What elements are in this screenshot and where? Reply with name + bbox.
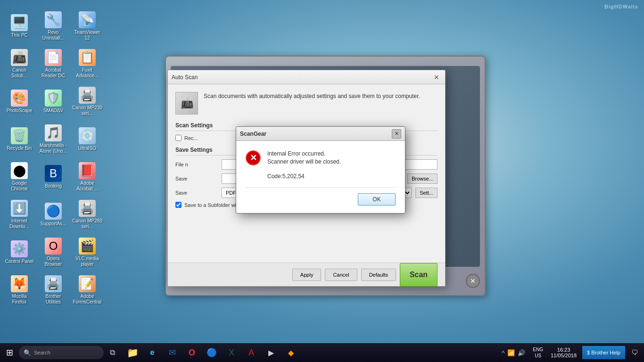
- watermark: BigHDWalls: [604, 4, 638, 9]
- icon-label-opera-browser: Opera Browser: [38, 256, 68, 267]
- icon-image-recycle-bin: 🗑️: [11, 127, 28, 144]
- subfolder-checkbox[interactable]: [175, 202, 182, 208]
- desktop-icon-canon-mp230[interactable]: 🖨️ Canon MP230 seri...: [70, 82, 104, 120]
- save-to-label: Save: [175, 190, 218, 196]
- notifications-button[interactable]: 🗨: [627, 343, 642, 362]
- clock-area[interactable]: 16:23 11/05/2018: [547, 343, 580, 362]
- desktop-icon-ultraiso[interactable]: 💿 UltraISO: [70, 120, 104, 158]
- taskbar-app-file-explorer[interactable]: 📁: [123, 343, 142, 362]
- desktop-icon-teamviewer[interactable]: 📡 TeamViewer 12: [70, 7, 104, 45]
- task-view-button[interactable]: ⧉: [104, 343, 121, 362]
- icon-image-ultraiso: 💿: [79, 127, 96, 144]
- autoscan-header: 📠 Scan documents with automatically adju…: [175, 92, 438, 115]
- icon-image-teamviewer: 📡: [79, 11, 96, 28]
- icon-image-foxit-advanced: 📋: [79, 49, 96, 66]
- icon-label-smadav: SMADΔV: [43, 108, 63, 114]
- icon-label-revo-uninstall: Revo Uninstall...: [38, 30, 68, 41]
- desktop-icon-vlc[interactable]: 🎬 VLC media player: [70, 233, 104, 271]
- tray-volume-icon[interactable]: 🔊: [518, 349, 525, 356]
- icon-image-vlc: 🎬: [79, 238, 96, 255]
- taskbar-app-acrobat[interactable]: A: [241, 343, 261, 362]
- ok-button[interactable]: OK: [358, 193, 396, 206]
- icon-label-canon-mp230: Canon MP230 seri...: [72, 105, 102, 116]
- tray-arrow-icon[interactable]: ^: [502, 349, 504, 356]
- icon-label-ultraiso: UltraISO: [78, 146, 96, 151]
- icon-image-opera-browser: O: [45, 238, 62, 255]
- icon-label-photoscape: PhotoScape: [7, 108, 33, 114]
- taskbar-app-opera[interactable]: O: [182, 343, 202, 362]
- clock-time: 16:23: [557, 347, 570, 353]
- error-icon: ✕: [246, 150, 261, 165]
- icon-image-adobe-acrobat2: 📕: [79, 162, 96, 179]
- icon-label-control-panel: Control Panel: [5, 259, 34, 264]
- error-line1: Internal Error occurred.: [267, 150, 396, 157]
- desktop-icon-canon-solutions[interactable]: 📠 Canon Soluti...: [2, 45, 36, 82]
- icon-label-teamviewer: TeamViewer 12: [72, 30, 102, 41]
- icon-image-marshmello: 🎵: [45, 124, 62, 141]
- tray-network-icon[interactable]: 📶: [507, 349, 515, 356]
- desktop-icon-adobe-acrobat2[interactable]: 📕 Adobe Acrobat ...: [70, 158, 104, 196]
- lang-line2: US: [535, 353, 541, 358]
- autoscan-close-button[interactable]: ✕: [432, 73, 441, 82]
- icon-label-booking: Booking: [45, 183, 62, 189]
- defaults-button[interactable]: Defaults: [361, 269, 396, 281]
- system-tray: ^ 📶 🔊: [498, 343, 529, 362]
- desktop-icon-revo-uninstall[interactable]: 🔧 Revo Uninstall...: [36, 7, 70, 45]
- apply-button[interactable]: Apply: [292, 269, 322, 281]
- desktop-icon-internet-download[interactable]: ⬇️ Internet Downlo...: [2, 196, 36, 233]
- icon-image-canon-mp280: 🖨️: [79, 200, 96, 217]
- desktop-icon-mozilla-firefox[interactable]: 🦊 Mozilla Firefox: [2, 271, 36, 309]
- icon-label-internet-download: Internet Downlo...: [4, 218, 34, 230]
- cancel-button[interactable]: Cancel: [325, 269, 357, 281]
- icon-label-google-chrome: Google Chrome: [4, 181, 34, 192]
- icon-image-supportas: 🔵: [45, 203, 62, 220]
- icon-image-brother-utilities: 🖨️: [45, 275, 62, 292]
- desktop-icon-acrobat-reader[interactable]: 📄 Acrobat Reader DC: [36, 45, 70, 82]
- desktop-icon-photoscape[interactable]: 🎨 PhotoScape: [2, 82, 36, 120]
- brother-help-button[interactable]: $ Brother Help: [582, 346, 625, 359]
- autoscan-description: Scan documents with automatically adjust…: [204, 92, 438, 100]
- desktop-icon-opera-browser[interactable]: O Opera Browser: [36, 233, 70, 271]
- scangear-close-button[interactable]: ✕: [392, 129, 401, 139]
- taskbar-app-edge[interactable]: e: [142, 343, 162, 362]
- error-content-row: ✕ Internal Error occurred. Scanner drive…: [246, 150, 396, 165]
- desktop: BigHDWalls ✕ 🖥️ This PC 📠 Canon Soluti..…: [0, 0, 644, 362]
- language-area[interactable]: ENG US: [531, 346, 545, 359]
- icon-image-control-panel: ⚙️: [11, 240, 28, 257]
- taskbar-app-outlook[interactable]: ✉: [162, 343, 182, 362]
- desktop-icon-canon-mp280[interactable]: 🖨️ Canon MP280 seri...: [70, 196, 104, 233]
- error-code: Code:5,202,54: [267, 173, 396, 180]
- start-button[interactable]: ⊞: [0, 343, 19, 362]
- desktop-icon-brother-utilities[interactable]: 🖨️ Brother Utilities: [36, 271, 70, 309]
- lang-line1: ENG: [533, 347, 543, 352]
- desktop-icon-adobe-forms[interactable]: 📝 Adobe FormsCentral: [70, 271, 104, 309]
- settings-button[interactable]: Sett...: [415, 188, 438, 198]
- clock-date: 11/05/2018: [551, 353, 577, 358]
- desktop-icon-supportas[interactable]: 🔵 SupportAs...: [36, 196, 70, 233]
- desktop-icon-booking[interactable]: B Booking: [36, 158, 70, 196]
- desktop-icon-control-panel[interactable]: ⚙️ Control Panel: [2, 233, 36, 271]
- scan-button[interactable]: Scan: [400, 263, 438, 287]
- desktop-icon-recycle-bin[interactable]: 🗑️ Recycle Bin: [2, 120, 36, 158]
- icon-label-vlc: VLC media player: [72, 256, 102, 267]
- icon-image-revo-uninstall: 🔧: [45, 11, 62, 28]
- taskbar-app-media[interactable]: ▶: [261, 343, 281, 362]
- desktop-icon-foxit-advanced[interactable]: 📋 Foxit Advance...: [70, 45, 104, 82]
- taskbar-app-google[interactable]: 🔵: [202, 343, 222, 362]
- search-box[interactable]: 🔍 Search: [19, 346, 104, 359]
- browse-button[interactable]: Browse...: [407, 173, 438, 184]
- save-in-label: Save: [175, 176, 218, 181]
- icon-label-marshmello: Marshmello - Alone (Uno...: [38, 143, 68, 154]
- taskbar-right: ^ 📶 🔊 ENG US 16:23 11/05/2018 $ Brother …: [498, 343, 644, 362]
- desktop-icon-google-chrome[interactable]: ⬤ Google Chrome: [2, 158, 36, 196]
- taskbar-app-excel[interactable]: X: [222, 343, 241, 362]
- recommended-checkbox[interactable]: [175, 135, 182, 141]
- error-line2: Scanner driver will be closed.: [267, 158, 396, 165]
- icon-label-supportas: SupportAs...: [40, 221, 66, 227]
- icon-image-smadav: 🛡️: [45, 90, 62, 107]
- desktop-icon-marshmello[interactable]: 🎵 Marshmello - Alone (Uno...: [36, 120, 70, 158]
- scanner-close-button[interactable]: ✕: [466, 274, 480, 288]
- desktop-icon-smadav[interactable]: 🛡️ SMADΔV: [36, 82, 70, 120]
- desktop-icon-this-pc[interactable]: 🖥️ This PC: [2, 7, 36, 45]
- taskbar-app-other[interactable]: ◆: [281, 343, 301, 362]
